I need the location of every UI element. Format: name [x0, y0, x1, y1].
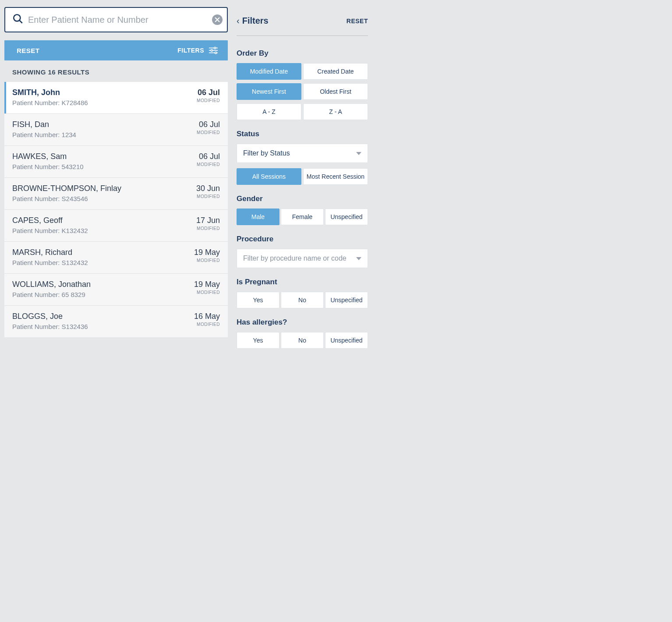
patient-name: WOLLIAMS, Jonathan [12, 280, 91, 289]
modified-label: MODIFIED [197, 162, 220, 167]
svg-point-5 [211, 49, 212, 51]
list-toolbar: RESET FILTERS [4, 40, 228, 60]
orderby-newest-first[interactable]: Newest First [237, 83, 301, 100]
procedure-label: Procedure [237, 235, 368, 244]
patient-number: Patient Number: 543210 [12, 163, 84, 170]
orderby-created-date[interactable]: Created Date [303, 63, 368, 80]
procedure-select-value: Filter by procedure name or code [243, 254, 347, 262]
patient-name: BLOGGS, Joe [12, 312, 88, 321]
patient-date: 19 May [194, 248, 220, 257]
modified-label: MODIFIED [197, 98, 220, 103]
modified-label: MODIFIED [197, 130, 220, 135]
status-section: Status Filter by Status All SessionsMost… [237, 130, 368, 185]
orderby-z-a[interactable]: Z - A [303, 103, 368, 120]
patient-date: 17 Jun [196, 216, 220, 225]
modified-label: MODIFIED [194, 290, 220, 295]
patient-name: SMITH, John [12, 88, 88, 97]
sessions-all-sessions[interactable]: All Sessions [237, 168, 301, 185]
back-caret-icon: ‹ [237, 16, 240, 25]
order-by-section: Order By Modified DateCreated Date Newes… [237, 49, 368, 120]
patient-name: BROWNE-THOMPSON, Finlay [12, 184, 121, 193]
allergies-unspecified[interactable]: Unspecified [325, 332, 368, 349]
order-by-label: Order By [237, 49, 368, 58]
gender-female[interactable]: Female [281, 209, 324, 225]
clear-search-button[interactable] [212, 14, 223, 25]
pregnant-no[interactable]: No [281, 292, 324, 308]
svg-point-7 [215, 52, 216, 53]
orderby-a-z[interactable]: A - Z [237, 103, 301, 120]
status-select-value: Filter by Status [243, 149, 290, 157]
patient-number: Patient Number: S132432 [12, 259, 88, 266]
modified-label: MODIFIED [196, 226, 220, 231]
pregnant-yes[interactable]: Yes [237, 292, 279, 308]
chevron-down-icon [356, 257, 361, 260]
modified-label: MODIFIED [196, 194, 220, 199]
orderby-modified-date[interactable]: Modified Date [237, 63, 301, 80]
patient-list: SMITH, JohnPatient Number: K72848606 Jul… [4, 82, 228, 337]
pregnant-unspecified[interactable]: Unspecified [325, 292, 368, 308]
allergies-no[interactable]: No [281, 332, 324, 349]
modified-label: MODIFIED [194, 258, 220, 263]
patient-date: 06 Jul [197, 120, 220, 129]
gender-unspecified[interactable]: Unspecified [325, 209, 368, 225]
status-select[interactable]: Filter by Status [237, 144, 368, 163]
chevron-down-icon [356, 152, 361, 155]
procedure-section: Procedure Filter by procedure name or co… [237, 235, 368, 268]
gender-section: Gender MaleFemaleUnspecified [237, 194, 368, 225]
patient-row[interactable]: MARSH, RichardPatient Number: S13243219 … [4, 241, 228, 273]
patient-date: 19 May [194, 280, 220, 289]
filters-toggle[interactable]: FILTERS [177, 46, 218, 54]
svg-line-1 [19, 20, 22, 23]
patient-number: Patient Number: 1234 [12, 131, 76, 138]
search-input[interactable] [28, 15, 212, 25]
allergies-yes[interactable]: Yes [237, 332, 279, 349]
filters-label: FILTERS [177, 47, 204, 54]
gender-label: Gender [237, 194, 368, 203]
svg-point-3 [214, 47, 216, 49]
patient-row[interactable]: BLOGGS, JoePatient Number: S13243616 May… [4, 305, 228, 337]
orderby-oldest-first[interactable]: Oldest First [303, 83, 368, 100]
filters-title[interactable]: ‹Filters [237, 16, 269, 26]
patient-number: Patient Number: 65 8329 [12, 291, 91, 298]
patient-date: 06 Jul [197, 88, 220, 97]
allergies-label: Has allergies? [237, 318, 368, 327]
patient-row[interactable]: FISH, DanPatient Number: 123406 JulMODIF… [4, 113, 228, 145]
patient-row[interactable]: BROWNE-THOMPSON, FinlayPatient Number: S… [4, 177, 228, 209]
patient-row[interactable]: WOLLIAMS, JonathanPatient Number: 65 832… [4, 273, 228, 305]
patient-row[interactable]: SMITH, JohnPatient Number: K72848606 Jul… [4, 82, 228, 113]
patient-row[interactable]: HAWKES, SamPatient Number: 54321006 JulM… [4, 145, 228, 177]
patient-date: 06 Jul [197, 152, 220, 161]
sliders-icon [209, 46, 218, 54]
sessions-most-recent-session[interactable]: Most Recent Session [303, 168, 368, 185]
svg-point-0 [14, 14, 20, 21]
patient-search[interactable] [4, 7, 228, 32]
patient-name: HAWKES, Sam [12, 152, 84, 161]
patient-number: Patient Number: K728486 [12, 99, 88, 106]
filters-panel: ‹Filters RESET Order By Modified DateCre… [237, 7, 368, 358]
pregnant-section: Is Pregnant YesNoUnspecified [237, 278, 368, 308]
modified-label: MODIFIED [194, 322, 220, 327]
patient-number: Patient Number: K132432 [12, 227, 88, 234]
status-label: Status [237, 130, 368, 138]
patient-row[interactable]: CAPES, GeoffPatient Number: K13243217 Ju… [4, 209, 228, 241]
allergies-section: Has allergies? YesNoUnspecified [237, 318, 368, 349]
patient-date: 30 Jun [196, 184, 220, 193]
filters-reset-button[interactable]: RESET [347, 18, 368, 25]
results-count: SHOWING 16 RESULTS [4, 60, 228, 82]
patient-name: MARSH, Richard [12, 248, 88, 257]
reset-button[interactable]: RESET [17, 47, 40, 54]
patient-number: Patient Number: S132436 [12, 323, 88, 330]
patient-name: CAPES, Geoff [12, 216, 88, 225]
search-icon [10, 13, 28, 26]
procedure-select[interactable]: Filter by procedure name or code [237, 249, 368, 268]
patient-date: 16 May [194, 312, 220, 321]
gender-male[interactable]: Male [237, 209, 279, 225]
pregnant-label: Is Pregnant [237, 278, 368, 286]
patient-number: Patient Number: S243546 [12, 195, 121, 202]
patient-name: FISH, Dan [12, 120, 76, 129]
